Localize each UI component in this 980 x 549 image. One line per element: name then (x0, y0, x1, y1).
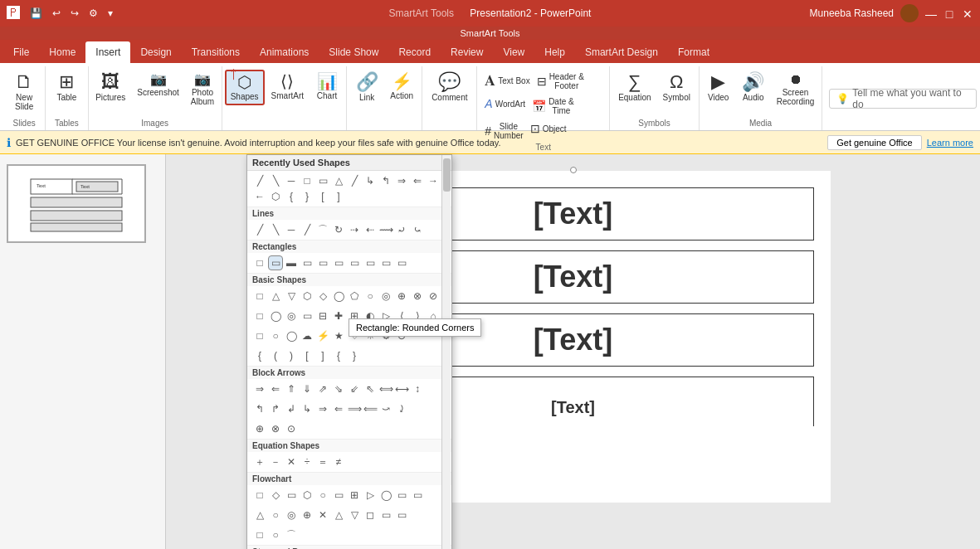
save-button[interactable]: 💾 (27, 6, 46, 21)
shape-item[interactable]: ◯ (378, 488, 393, 503)
tab-view[interactable]: View (493, 41, 534, 63)
shape-item[interactable]: ○ (268, 527, 283, 542)
shape-item[interactable]: ⤿ (410, 222, 425, 237)
shape-item[interactable]: ⇢ (347, 222, 362, 237)
shape-item[interactable]: ▭ (394, 508, 409, 522)
tab-format[interactable]: Format (668, 41, 719, 63)
shape-item[interactable]: ▭ (331, 488, 346, 503)
shape-item[interactable]: ⇗ (315, 381, 330, 396)
shape-item[interactable]: ○ (268, 508, 283, 522)
shape-item[interactable]: ⇑ (284, 381, 299, 396)
shape-item[interactable]: → (426, 173, 441, 188)
shape-item[interactable]: [ (315, 189, 330, 204)
shape-item[interactable]: ⊕ (394, 289, 409, 304)
tab-animations[interactable]: Animations (250, 41, 319, 63)
screenshot-button[interactable]: 📷 Screenshot (132, 70, 184, 100)
shape-item[interactable]: ▭ (378, 255, 393, 270)
shape-item[interactable]: ⟷ (394, 381, 409, 396)
shape-item[interactable]: ⤻ (378, 401, 393, 416)
shape-item[interactable]: ] (331, 189, 346, 204)
shape-item[interactable]: ○ (315, 488, 330, 503)
shape-item[interactable]: ▭ (363, 255, 378, 270)
shape-item[interactable]: } (347, 348, 362, 363)
shape-item[interactable]: － (268, 454, 283, 469)
shape-item[interactable]: ↻ (331, 222, 346, 237)
shape-item[interactable]: ↕ (410, 381, 425, 396)
shape-item[interactable]: □ (252, 309, 267, 323)
shape-item[interactable]: ⊗ (410, 289, 425, 304)
shape-item[interactable]: ⊕ (300, 508, 314, 522)
shape-item[interactable]: ≠ (331, 454, 346, 469)
shape-item[interactable]: ↱ (268, 401, 283, 416)
shape-item[interactable]: ⬡ (300, 488, 314, 503)
shape-item[interactable]: ⟿ (378, 222, 393, 237)
shape-item[interactable]: ⇠ (363, 222, 378, 237)
shape-item[interactable]: ▬ (284, 255, 299, 270)
shape-item[interactable]: ( (268, 348, 283, 363)
tab-design[interactable]: Design (130, 41, 181, 63)
chart-button[interactable]: 📊 Chart (310, 70, 344, 104)
shape-item[interactable]: ↲ (284, 401, 299, 416)
shape-item[interactable]: ⊞ (347, 488, 362, 503)
shape-item[interactable]: △ (252, 508, 267, 522)
shape-item[interactable]: ÷ (300, 454, 314, 469)
shape-item[interactable]: △ (331, 173, 346, 188)
shape-item[interactable]: ⇐ (410, 173, 425, 188)
shape-item[interactable]: ▽ (347, 508, 362, 522)
shape-item[interactable]: ◯ (268, 309, 283, 323)
shape-item[interactable]: □ (252, 289, 267, 304)
tab-record[interactable]: Record (388, 41, 441, 63)
shape-item[interactable]: ⇒ (394, 173, 409, 188)
shape-item[interactable]: ▭ (315, 173, 330, 188)
tab-review[interactable]: Review (441, 41, 493, 63)
undo-button[interactable]: ↩ (49, 6, 64, 21)
shape-item[interactable]: ◻ (363, 508, 378, 522)
shape-item[interactable]: { (252, 348, 267, 363)
shape-item[interactable]: ⇙ (347, 381, 362, 396)
shape-item[interactable]: ＝ (315, 454, 330, 469)
shape-item[interactable]: ◎ (284, 508, 299, 522)
shape-item[interactable]: ▭ (347, 255, 362, 270)
shape-item[interactable]: □ (252, 527, 267, 542)
shape-item[interactable]: ⊕ (252, 421, 267, 436)
action-button[interactable]: ⚡ Action (385, 70, 418, 104)
shape-item[interactable]: ▭ (394, 488, 409, 503)
shape-item[interactable]: ╱ (252, 173, 267, 188)
shape-item-rounded-rect[interactable]: ▭ (268, 255, 283, 270)
header-footer-button[interactable]: ⊟ Header &Footer (534, 70, 587, 93)
shape-item[interactable]: ⟹ (347, 401, 362, 416)
shape-item[interactable]: ⌒ (284, 527, 299, 542)
shape-item[interactable]: ⬡ (268, 189, 283, 204)
shape-item[interactable]: } (300, 189, 314, 204)
tab-smartart-design[interactable]: SmartArt Design (575, 41, 668, 63)
shape-item[interactable]: { (331, 348, 346, 363)
shape-item[interactable]: ─ (284, 173, 299, 188)
shape-item[interactable]: ⊟ (315, 309, 330, 323)
new-slide-button[interactable]: 🗋 NewSlide (7, 70, 41, 114)
shape-item[interactable]: ▽ (284, 289, 299, 304)
tab-insert[interactable]: Insert (85, 41, 130, 63)
smartart-button[interactable]: ⟨⟩ SmartArt (266, 70, 309, 104)
shape-item[interactable]: △ (331, 508, 346, 522)
shape-item[interactable]: ⤸ (394, 401, 409, 416)
shape-item[interactable]: □ (252, 488, 267, 503)
tell-me-box[interactable]: 💡 Tell me what you want to do (829, 89, 977, 109)
tab-file[interactable]: File (3, 41, 39, 63)
shape-item[interactable]: ▭ (300, 255, 314, 270)
tab-home[interactable]: Home (39, 41, 85, 63)
shape-item[interactable]: ⬡ (300, 289, 314, 304)
shape-item[interactable]: ⇒ (315, 401, 330, 416)
shape-item[interactable]: ↳ (300, 401, 314, 416)
date-time-button[interactable]: 📅 Date &Time (529, 95, 577, 118)
slide-number-button[interactable]: # SlideNumber (482, 119, 525, 143)
shape-item[interactable]: ⟺ (378, 381, 393, 396)
shape-item[interactable]: ▭ (315, 255, 330, 270)
shape-item[interactable]: ▭ (284, 488, 299, 503)
shape-item[interactable]: ○ (363, 289, 378, 304)
shape-item[interactable]: ◯ (331, 289, 346, 304)
shape-item[interactable]: ◯ (284, 328, 299, 343)
object-button[interactable]: ⊡ Object (528, 119, 569, 138)
shape-item[interactable]: □ (252, 255, 267, 270)
shape-item[interactable]: ⊗ (268, 421, 283, 436)
shape-item[interactable]: ▭ (331, 255, 346, 270)
